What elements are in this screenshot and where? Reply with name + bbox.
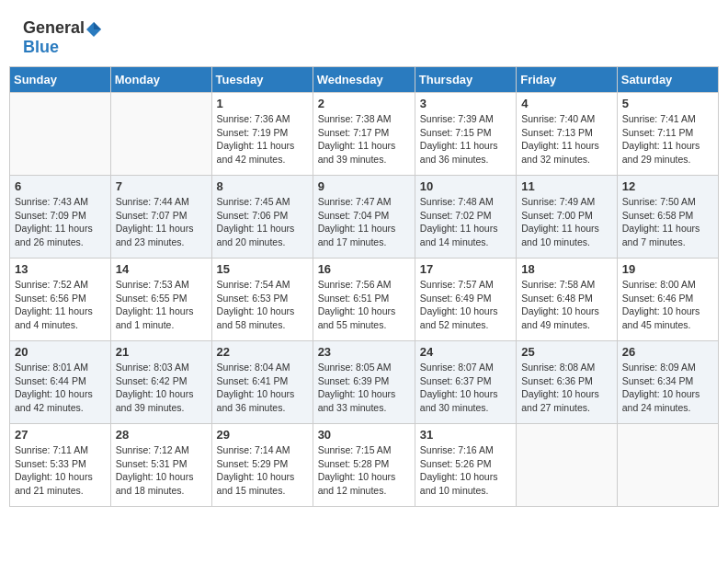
day-number: 17 — [420, 262, 511, 276]
day-number: 26 — [622, 345, 713, 359]
day-cell: 1Sunrise: 7:36 AM Sunset: 7:19 PM Daylig… — [211, 93, 313, 176]
day-cell: 6Sunrise: 7:43 AM Sunset: 7:09 PM Daylig… — [10, 176, 111, 259]
col-header-friday: Friday — [517, 67, 618, 93]
day-number: 2 — [318, 97, 410, 110]
day-cell: 10Sunrise: 7:48 AM Sunset: 7:02 PM Dayli… — [415, 176, 516, 259]
day-info: Sunrise: 7:44 AM Sunset: 7:07 PM Dayligh… — [116, 195, 207, 249]
day-cell: 23Sunrise: 8:05 AM Sunset: 6:39 PM Dayli… — [313, 341, 415, 424]
week-row-5: 27Sunrise: 7:11 AM Sunset: 5:33 PM Dayli… — [10, 424, 719, 507]
col-header-saturday: Saturday — [617, 67, 718, 93]
day-number: 21 — [116, 345, 207, 359]
day-number: 28 — [116, 428, 207, 442]
day-number: 1 — [217, 97, 308, 110]
day-info: Sunrise: 7:52 AM Sunset: 6:56 PM Dayligh… — [15, 278, 106, 332]
day-info: Sunrise: 7:57 AM Sunset: 6:49 PM Dayligh… — [420, 278, 511, 332]
week-row-4: 20Sunrise: 8:01 AM Sunset: 6:44 PM Dayli… — [10, 341, 719, 424]
day-info: Sunrise: 8:04 AM Sunset: 6:41 PM Dayligh… — [217, 361, 308, 415]
col-header-thursday: Thursday — [415, 67, 516, 93]
calendar-table: SundayMondayTuesdayWednesdayThursdayFrid… — [9, 66, 719, 507]
day-number: 31 — [420, 428, 511, 442]
day-cell: 5Sunrise: 7:41 AM Sunset: 7:11 PM Daylig… — [617, 93, 718, 176]
day-info: Sunrise: 7:15 AM Sunset: 5:28 PM Dayligh… — [318, 443, 410, 498]
col-header-wednesday: Wednesday — [313, 67, 415, 93]
day-info: Sunrise: 7:54 AM Sunset: 6:53 PM Dayligh… — [217, 278, 308, 332]
day-number: 24 — [420, 345, 511, 359]
week-row-1: 1Sunrise: 7:36 AM Sunset: 7:19 PM Daylig… — [10, 93, 719, 176]
day-info: Sunrise: 7:56 AM Sunset: 6:51 PM Dayligh… — [318, 278, 410, 332]
day-cell: 11Sunrise: 7:49 AM Sunset: 7:00 PM Dayli… — [517, 176, 618, 259]
day-cell: 25Sunrise: 8:08 AM Sunset: 6:36 PM Dayli… — [517, 341, 618, 424]
day-cell: 9Sunrise: 7:47 AM Sunset: 7:04 PM Daylig… — [313, 176, 415, 259]
day-cell — [110, 93, 211, 176]
day-cell — [10, 93, 111, 176]
day-info: Sunrise: 8:07 AM Sunset: 6:37 PM Dayligh… — [420, 361, 511, 415]
logo-blue-text: Blue — [23, 38, 59, 56]
day-cell: 26Sunrise: 8:09 AM Sunset: 6:34 PM Dayli… — [617, 341, 718, 424]
day-info: Sunrise: 7:12 AM Sunset: 5:31 PM Dayligh… — [116, 443, 207, 498]
day-number: 15 — [217, 262, 308, 276]
col-header-sunday: Sunday — [10, 67, 111, 93]
week-row-3: 13Sunrise: 7:52 AM Sunset: 6:56 PM Dayli… — [10, 259, 719, 341]
day-info: Sunrise: 7:58 AM Sunset: 6:48 PM Dayligh… — [521, 278, 612, 332]
logo-icon — [85, 21, 102, 38]
logo-general-text: General — [23, 18, 85, 37]
day-cell: 17Sunrise: 7:57 AM Sunset: 6:49 PM Dayli… — [415, 259, 516, 341]
day-number: 10 — [420, 179, 511, 193]
day-cell: 31Sunrise: 7:16 AM Sunset: 5:26 PM Dayli… — [415, 424, 516, 507]
col-header-tuesday: Tuesday — [211, 67, 313, 93]
day-number: 23 — [318, 345, 410, 359]
day-info: Sunrise: 7:49 AM Sunset: 7:00 PM Dayligh… — [521, 195, 612, 249]
day-number: 13 — [15, 262, 106, 276]
day-number: 5 — [622, 97, 713, 110]
day-info: Sunrise: 7:53 AM Sunset: 6:55 PM Dayligh… — [116, 278, 207, 332]
day-info: Sunrise: 7:16 AM Sunset: 5:26 PM Dayligh… — [420, 443, 511, 498]
day-number: 19 — [622, 262, 713, 276]
day-cell: 3Sunrise: 7:39 AM Sunset: 7:15 PM Daylig… — [415, 93, 516, 176]
day-info: Sunrise: 7:48 AM Sunset: 7:02 PM Dayligh… — [420, 195, 511, 249]
day-number: 22 — [217, 345, 308, 359]
day-cell: 16Sunrise: 7:56 AM Sunset: 6:51 PM Dayli… — [313, 259, 415, 341]
day-info: Sunrise: 7:39 AM Sunset: 7:15 PM Dayligh… — [420, 112, 511, 167]
day-number: 20 — [15, 345, 106, 359]
day-number: 25 — [521, 345, 612, 359]
col-header-monday: Monday — [110, 67, 211, 93]
day-cell: 28Sunrise: 7:12 AM Sunset: 5:31 PM Dayli… — [110, 424, 211, 507]
day-number: 27 — [15, 428, 106, 442]
day-cell: 22Sunrise: 8:04 AM Sunset: 6:41 PM Dayli… — [211, 341, 313, 424]
calendar-header-row: SundayMondayTuesdayWednesdayThursdayFrid… — [10, 67, 719, 93]
day-cell: 7Sunrise: 7:44 AM Sunset: 7:07 PM Daylig… — [110, 176, 211, 259]
day-cell: 8Sunrise: 7:45 AM Sunset: 7:06 PM Daylig… — [211, 176, 313, 259]
logo-block: General Blue — [23, 18, 103, 57]
day-info: Sunrise: 7:47 AM Sunset: 7:04 PM Dayligh… — [318, 195, 410, 249]
day-number: 16 — [318, 262, 410, 276]
day-info: Sunrise: 7:36 AM Sunset: 7:19 PM Dayligh… — [217, 112, 308, 167]
day-cell: 12Sunrise: 7:50 AM Sunset: 6:58 PM Dayli… — [617, 176, 718, 259]
page-header: General Blue — [9, 9, 719, 62]
day-cell — [617, 424, 718, 507]
day-number: 4 — [521, 97, 612, 110]
day-number: 30 — [318, 428, 410, 442]
day-number: 6 — [15, 179, 106, 193]
day-cell: 21Sunrise: 8:03 AM Sunset: 6:42 PM Dayli… — [110, 341, 211, 424]
day-number: 9 — [318, 179, 410, 193]
day-number: 8 — [217, 179, 308, 193]
day-cell: 15Sunrise: 7:54 AM Sunset: 6:53 PM Dayli… — [211, 259, 313, 341]
day-info: Sunrise: 7:14 AM Sunset: 5:29 PM Dayligh… — [217, 443, 308, 498]
day-cell: 18Sunrise: 7:58 AM Sunset: 6:48 PM Dayli… — [517, 259, 618, 341]
day-info: Sunrise: 7:43 AM Sunset: 7:09 PM Dayligh… — [15, 195, 106, 249]
day-cell — [517, 424, 618, 507]
day-info: Sunrise: 7:40 AM Sunset: 7:13 PM Dayligh… — [521, 112, 612, 167]
day-cell: 29Sunrise: 7:14 AM Sunset: 5:29 PM Dayli… — [211, 424, 313, 507]
day-cell: 14Sunrise: 7:53 AM Sunset: 6:55 PM Dayli… — [110, 259, 211, 341]
day-info: Sunrise: 7:11 AM Sunset: 5:33 PM Dayligh… — [15, 443, 106, 498]
day-info: Sunrise: 8:05 AM Sunset: 6:39 PM Dayligh… — [318, 361, 410, 415]
day-number: 29 — [217, 428, 308, 442]
day-cell: 2Sunrise: 7:38 AM Sunset: 7:17 PM Daylig… — [313, 93, 415, 176]
day-cell: 20Sunrise: 8:01 AM Sunset: 6:44 PM Dayli… — [10, 341, 111, 424]
day-cell: 27Sunrise: 7:11 AM Sunset: 5:33 PM Dayli… — [10, 424, 111, 507]
day-number: 11 — [521, 179, 612, 193]
day-info: Sunrise: 8:09 AM Sunset: 6:34 PM Dayligh… — [622, 361, 713, 415]
svg-marker-1 — [94, 22, 101, 29]
day-cell: 13Sunrise: 7:52 AM Sunset: 6:56 PM Dayli… — [10, 259, 111, 341]
day-info: Sunrise: 7:45 AM Sunset: 7:06 PM Dayligh… — [217, 195, 308, 249]
